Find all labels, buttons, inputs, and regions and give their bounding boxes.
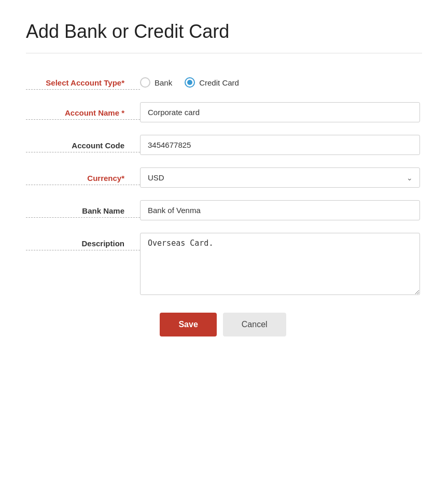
account-code-input[interactable] (140, 135, 420, 155)
account-name-input[interactable] (140, 102, 420, 122)
account-code-wrapper (140, 135, 420, 155)
account-code-label: Account Code (26, 135, 140, 152)
radio-credit-card-label: Credit Card (199, 78, 239, 87)
description-row: Description Overseas Card. (26, 233, 420, 297)
bank-name-input[interactable] (140, 200, 420, 220)
radio-credit-card-indicator[interactable] (185, 77, 195, 88)
description-textarea[interactable]: Overseas Card. (140, 233, 420, 295)
currency-select-wrapper: USD EUR GBP CAD AUD ⌄ (140, 167, 420, 188)
currency-label: Currency* (26, 167, 140, 185)
currency-select[interactable]: USD EUR GBP CAD AUD (140, 167, 420, 188)
description-wrapper: Overseas Card. (140, 233, 420, 297)
account-name-label: Account Name * (26, 102, 140, 120)
button-row: Save Cancel (26, 313, 420, 336)
bank-name-wrapper (140, 200, 420, 220)
form: Select Account Type* Bank Credit Card Ac… (26, 74, 420, 336)
currency-row: Currency* USD EUR GBP CAD AUD ⌄ (26, 167, 420, 188)
account-type-row: Select Account Type* Bank Credit Card (26, 74, 420, 90)
radio-bank-label: Bank (155, 78, 172, 87)
bank-name-label: Bank Name (26, 200, 140, 218)
description-label: Description (26, 233, 140, 250)
divider (26, 53, 422, 53)
save-button[interactable]: Save (160, 313, 216, 336)
page-title: Add Bank or Credit Card (26, 21, 422, 43)
currency-wrapper: USD EUR GBP CAD AUD ⌄ (140, 167, 420, 188)
account-type-controls: Bank Credit Card (140, 74, 420, 88)
radio-credit-card[interactable]: Credit Card (185, 77, 239, 88)
radio-bank-indicator[interactable] (140, 77, 150, 88)
cancel-button[interactable]: Cancel (223, 313, 286, 336)
account-name-row: Account Name * (26, 102, 420, 122)
bank-name-row: Bank Name (26, 200, 420, 220)
account-code-row: Account Code (26, 135, 420, 155)
account-name-wrapper (140, 102, 420, 122)
radio-group: Bank Credit Card (140, 74, 420, 88)
account-type-label: Select Account Type* (26, 74, 140, 90)
radio-bank[interactable]: Bank (140, 77, 172, 88)
